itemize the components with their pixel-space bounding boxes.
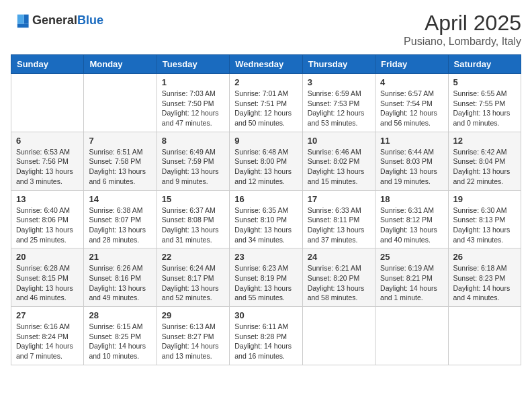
day-number: 8 <box>162 136 224 146</box>
day-info: Sunrise: 6:37 AMSunset: 8:08 PMDaylight:… <box>162 205 224 245</box>
calendar-cell: 16Sunrise: 6:35 AMSunset: 8:10 PMDayligh… <box>230 190 302 248</box>
calendar-cell: 3Sunrise: 6:59 AMSunset: 7:53 PMDaylight… <box>302 74 375 132</box>
calendar-weekday-header: Saturday <box>448 55 521 74</box>
calendar-cell <box>11 74 84 132</box>
calendar-cell <box>302 307 375 365</box>
day-number: 29 <box>162 310 224 320</box>
calendar-cell: 11Sunrise: 6:44 AMSunset: 8:03 PMDayligh… <box>375 132 448 190</box>
calendar-cell: 9Sunrise: 6:48 AMSunset: 8:00 PMDaylight… <box>230 132 302 190</box>
calendar-cell <box>448 307 521 365</box>
calendar-cell: 8Sunrise: 6:49 AMSunset: 7:59 PMDaylight… <box>157 132 229 190</box>
calendar-cell: 26Sunrise: 6:18 AMSunset: 8:23 PMDayligh… <box>448 248 521 307</box>
calendar-cell: 4Sunrise: 6:57 AMSunset: 7:54 PMDaylight… <box>375 74 448 132</box>
calendar-weekday-header: Friday <box>375 55 448 74</box>
day-info: Sunrise: 6:57 AMSunset: 7:54 PMDaylight:… <box>380 89 443 128</box>
logo-blue: Blue <box>77 13 103 27</box>
day-number: 21 <box>89 252 151 262</box>
calendar-cell: 27Sunrise: 6:16 AMSunset: 8:24 PMDayligh… <box>11 307 84 365</box>
calendar-cell: 19Sunrise: 6:30 AMSunset: 8:13 PMDayligh… <box>448 190 521 248</box>
day-info: Sunrise: 7:03 AMSunset: 7:50 PMDaylight:… <box>162 89 224 128</box>
day-number: 13 <box>16 194 79 204</box>
day-info: Sunrise: 6:19 AMSunset: 8:21 PMDaylight:… <box>380 263 443 303</box>
calendar-table: SundayMondayTuesdayWednesdayThursdayFrid… <box>11 54 521 365</box>
calendar-cell: 2Sunrise: 7:01 AMSunset: 7:51 PMDaylight… <box>230 74 302 132</box>
logo: GeneralBlue <box>11 11 103 30</box>
day-info: Sunrise: 6:18 AMSunset: 8:23 PMDaylight:… <box>453 263 516 303</box>
day-number: 5 <box>453 77 516 87</box>
month-title: April 2025 <box>404 11 521 36</box>
day-info: Sunrise: 6:15 AMSunset: 8:25 PMDaylight:… <box>89 322 151 361</box>
svg-marker-1 <box>17 15 24 24</box>
day-number: 22 <box>162 252 224 262</box>
calendar-cell: 23Sunrise: 6:23 AMSunset: 8:19 PMDayligh… <box>230 248 302 307</box>
calendar-week-row: 20Sunrise: 6:28 AMSunset: 8:15 PMDayligh… <box>11 248 521 307</box>
calendar-cell: 29Sunrise: 6:13 AMSunset: 8:27 PMDayligh… <box>157 307 229 365</box>
day-info: Sunrise: 6:16 AMSunset: 8:24 PMDaylight:… <box>16 322 79 361</box>
day-info: Sunrise: 6:40 AMSunset: 8:06 PMDaylight:… <box>16 205 79 245</box>
day-info: Sunrise: 6:49 AMSunset: 7:59 PMDaylight:… <box>162 147 224 187</box>
calendar-cell: 24Sunrise: 6:21 AMSunset: 8:20 PMDayligh… <box>302 248 375 307</box>
calendar-week-row: 1Sunrise: 7:03 AMSunset: 7:50 PMDaylight… <box>11 74 521 132</box>
calendar-cell: 17Sunrise: 6:33 AMSunset: 8:11 PMDayligh… <box>302 190 375 248</box>
day-number: 30 <box>234 310 297 320</box>
day-number: 2 <box>234 77 297 87</box>
day-info: Sunrise: 6:21 AMSunset: 8:20 PMDaylight:… <box>308 263 370 303</box>
calendar-week-row: 27Sunrise: 6:16 AMSunset: 8:24 PMDayligh… <box>11 307 521 365</box>
day-number: 12 <box>453 136 516 146</box>
day-info: Sunrise: 6:35 AMSunset: 8:10 PMDaylight:… <box>234 205 297 245</box>
calendar-cell: 10Sunrise: 6:46 AMSunset: 8:02 PMDayligh… <box>302 132 375 190</box>
calendar-week-row: 13Sunrise: 6:40 AMSunset: 8:06 PMDayligh… <box>11 190 521 248</box>
day-number: 15 <box>162 194 224 204</box>
calendar-cell: 1Sunrise: 7:03 AMSunset: 7:50 PMDaylight… <box>157 74 229 132</box>
calendar-header-row: SundayMondayTuesdayWednesdayThursdayFrid… <box>11 55 521 74</box>
title-area: April 2025 Pusiano, Lombardy, Italy <box>404 11 521 48</box>
day-number: 1 <box>162 77 224 87</box>
calendar-cell: 21Sunrise: 6:26 AMSunset: 8:16 PMDayligh… <box>84 248 157 307</box>
day-info: Sunrise: 7:01 AMSunset: 7:51 PMDaylight:… <box>234 89 297 128</box>
calendar-cell: 7Sunrise: 6:51 AMSunset: 7:58 PMDaylight… <box>84 132 157 190</box>
day-info: Sunrise: 6:48 AMSunset: 8:00 PMDaylight:… <box>234 147 297 187</box>
day-number: 20 <box>16 252 79 262</box>
day-info: Sunrise: 6:42 AMSunset: 8:04 PMDaylight:… <box>453 147 516 187</box>
calendar-weekday-header: Monday <box>84 55 157 74</box>
day-number: 27 <box>16 310 79 320</box>
calendar-cell: 12Sunrise: 6:42 AMSunset: 8:04 PMDayligh… <box>448 132 521 190</box>
page-header: GeneralBlue April 2025 Pusiano, Lombardy… <box>11 11 521 48</box>
day-info: Sunrise: 6:26 AMSunset: 8:16 PMDaylight:… <box>89 263 151 303</box>
day-info: Sunrise: 6:13 AMSunset: 8:27 PMDaylight:… <box>162 322 224 361</box>
day-number: 17 <box>308 194 370 204</box>
calendar-cell: 6Sunrise: 6:53 AMSunset: 7:56 PMDaylight… <box>11 132 84 190</box>
calendar-cell: 18Sunrise: 6:31 AMSunset: 8:12 PMDayligh… <box>375 190 448 248</box>
day-info: Sunrise: 6:46 AMSunset: 8:02 PMDaylight:… <box>308 147 370 187</box>
day-number: 4 <box>380 77 443 87</box>
calendar-cell: 15Sunrise: 6:37 AMSunset: 8:08 PMDayligh… <box>157 190 229 248</box>
day-info: Sunrise: 6:30 AMSunset: 8:13 PMDaylight:… <box>453 205 516 245</box>
day-info: Sunrise: 6:59 AMSunset: 7:53 PMDaylight:… <box>308 89 370 128</box>
day-info: Sunrise: 6:28 AMSunset: 8:15 PMDaylight:… <box>16 263 79 303</box>
calendar-week-row: 6Sunrise: 6:53 AMSunset: 7:56 PMDaylight… <box>11 132 521 190</box>
day-number: 6 <box>16 136 79 146</box>
calendar-cell: 13Sunrise: 6:40 AMSunset: 8:06 PMDayligh… <box>11 190 84 248</box>
day-info: Sunrise: 6:33 AMSunset: 8:11 PMDaylight:… <box>308 205 370 245</box>
location-title: Pusiano, Lombardy, Italy <box>404 36 521 48</box>
calendar-cell: 20Sunrise: 6:28 AMSunset: 8:15 PMDayligh… <box>11 248 84 307</box>
calendar-cell: 5Sunrise: 6:55 AMSunset: 7:55 PMDaylight… <box>448 74 521 132</box>
svg-marker-0 <box>24 15 29 24</box>
day-info: Sunrise: 6:24 AMSunset: 8:17 PMDaylight:… <box>162 263 224 303</box>
day-number: 14 <box>89 194 151 204</box>
calendar-cell: 30Sunrise: 6:11 AMSunset: 8:28 PMDayligh… <box>230 307 302 365</box>
day-info: Sunrise: 6:31 AMSunset: 8:12 PMDaylight:… <box>380 205 443 245</box>
day-number: 3 <box>308 77 370 87</box>
day-number: 25 <box>380 252 443 262</box>
calendar-cell: 22Sunrise: 6:24 AMSunset: 8:17 PMDayligh… <box>157 248 229 307</box>
day-number: 28 <box>89 310 151 320</box>
day-info: Sunrise: 6:23 AMSunset: 8:19 PMDaylight:… <box>234 263 297 303</box>
day-info: Sunrise: 6:11 AMSunset: 8:28 PMDaylight:… <box>234 322 297 361</box>
svg-marker-2 <box>17 24 29 28</box>
day-number: 24 <box>308 252 370 262</box>
calendar-weekday-header: Wednesday <box>230 55 302 74</box>
calendar-weekday-header: Thursday <box>302 55 375 74</box>
day-info: Sunrise: 6:51 AMSunset: 7:58 PMDaylight:… <box>89 147 151 187</box>
calendar-weekday-header: Sunday <box>11 55 84 74</box>
day-info: Sunrise: 6:53 AMSunset: 7:56 PMDaylight:… <box>16 147 79 187</box>
